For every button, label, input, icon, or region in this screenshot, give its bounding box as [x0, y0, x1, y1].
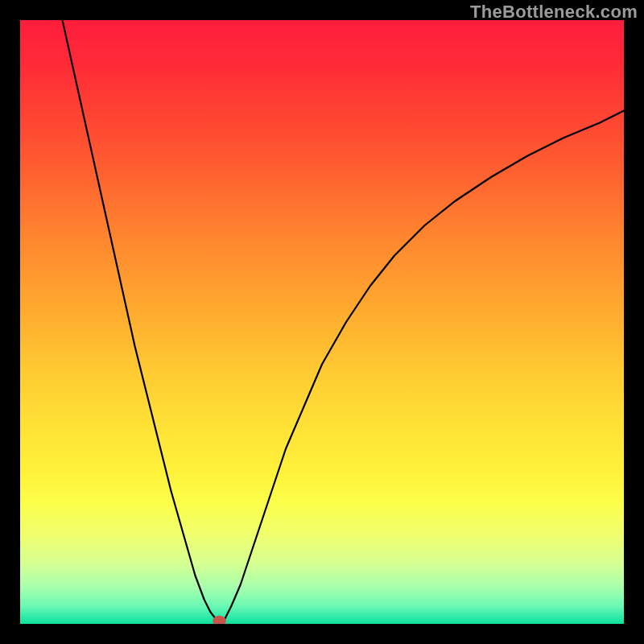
- chart-frame: TheBottleneck.com: [0, 0, 644, 644]
- plot-area: [20, 20, 624, 624]
- chart-svg: [20, 20, 624, 624]
- gradient-background: [20, 20, 624, 624]
